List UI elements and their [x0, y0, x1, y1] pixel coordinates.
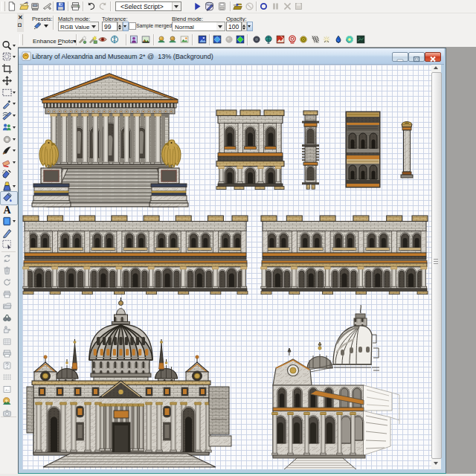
svg-text:A: A — [3, 204, 11, 215]
